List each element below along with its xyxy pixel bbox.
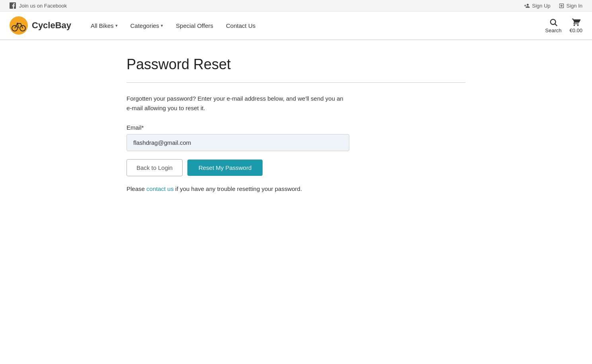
description-text: Forgotten your password? Enter your e-ma… — [127, 94, 349, 113]
nav-contact-us[interactable]: Contact Us — [221, 19, 260, 32]
svg-line-5 — [555, 24, 557, 26]
top-bar-right: Sign Up Sign In — [524, 3, 582, 9]
person-add-icon — [524, 3, 530, 9]
email-label: Email* — [127, 124, 465, 131]
contact-us-link[interactable]: contact us — [146, 185, 173, 192]
top-bar-left: Join us on Facebook — [10, 2, 67, 9]
main-nav: All Bikes ▾ Categories ▾ Special Offers … — [86, 19, 532, 32]
logo-link[interactable]: CycleBay — [10, 16, 73, 35]
cart-button[interactable]: €0.00 — [569, 18, 582, 33]
search-icon — [549, 18, 558, 27]
nav-all-bikes[interactable]: All Bikes ▾ — [86, 19, 123, 32]
contact-text-after: if you have any trouble resetting your p… — [173, 185, 302, 192]
chevron-down-icon: ▾ — [115, 23, 118, 28]
button-row: Back to Login Reset My Password — [127, 159, 465, 176]
facebook-label[interactable]: Join us on Facebook — [19, 3, 67, 9]
signin-link[interactable]: Sign In — [559, 3, 582, 9]
email-input[interactable] — [127, 134, 349, 151]
logo-text: CycleBay — [32, 20, 71, 31]
logo-icon — [10, 16, 28, 35]
top-bar: Join us on Facebook Sign Up Sign In — [0, 0, 592, 12]
main-content: Password Reset Forgotten your password? … — [117, 40, 475, 226]
signin-label: Sign In — [567, 3, 582, 9]
header-right: Search €0.00 — [545, 18, 582, 33]
nav-special-offers[interactable]: Special Offers — [171, 19, 218, 32]
signup-link[interactable]: Sign Up — [524, 3, 550, 9]
nav-categories[interactable]: Categories ▾ — [126, 19, 168, 32]
page-title: Password Reset — [127, 56, 465, 73]
search-button[interactable]: Search — [545, 18, 561, 33]
section-divider — [127, 82, 465, 83]
chevron-down-icon: ▾ — [161, 23, 163, 28]
reset-password-button[interactable]: Reset My Password — [187, 160, 263, 176]
svg-point-4 — [551, 19, 556, 24]
header: CycleBay All Bikes ▾ Categories ▾ Specia… — [0, 12, 592, 40]
cart-icon — [572, 18, 580, 27]
back-to-login-button[interactable]: Back to Login — [127, 159, 183, 176]
svg-point-3 — [17, 23, 18, 24]
svg-point-0 — [10, 16, 28, 35]
contact-info-text: Please contact us if you have any troubl… — [127, 184, 325, 194]
contact-text-before: Please — [127, 185, 146, 192]
signin-icon — [559, 3, 565, 9]
facebook-icon — [10, 2, 16, 9]
signup-label: Sign Up — [532, 3, 550, 9]
cart-label: €0.00 — [569, 27, 582, 33]
search-label: Search — [545, 27, 561, 33]
